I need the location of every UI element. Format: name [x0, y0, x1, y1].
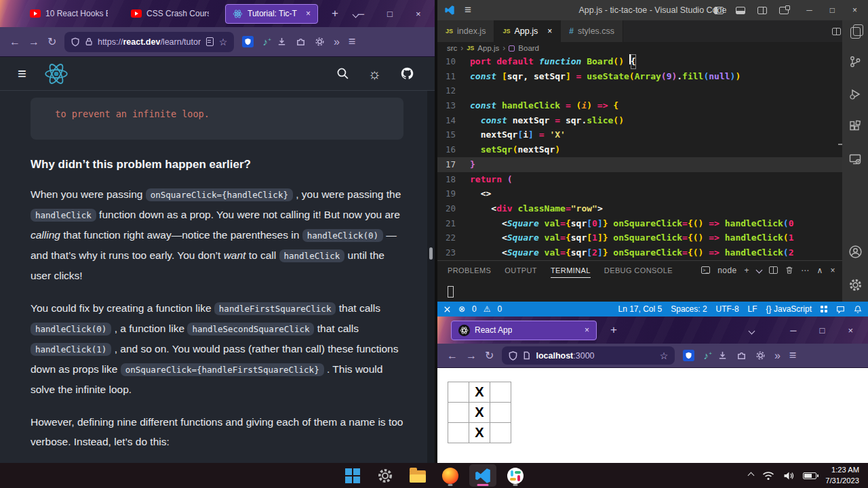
code-line[interactable]: 14 const nextSqr = sqr.slice(): [437, 113, 842, 128]
shield-icon[interactable]: [509, 351, 517, 361]
tab-close-icon[interactable]: ×: [547, 26, 552, 36]
extension-status-icon[interactable]: [821, 306, 827, 312]
tray-overflow-chevron-icon[interactable]: [748, 472, 755, 479]
more-actions-icon[interactable]: ⋯: [801, 266, 809, 275]
download-icon[interactable]: [717, 350, 728, 361]
app-menu-icon[interactable]: ≡: [349, 35, 356, 49]
maximize-panel-icon[interactable]: ∧: [816, 266, 823, 275]
slack-taskbar-button[interactable]: [502, 464, 529, 487]
code-line[interactable]: 22 <Square val={sqr[1]} onSquareClick={(…: [437, 230, 842, 245]
tab-tutorial-tictactoe[interactable]: Tutorial: Tic-T ×: [225, 4, 318, 24]
start-button[interactable]: [339, 464, 366, 487]
toggle-panel-icon[interactable]: [736, 7, 745, 14]
close-button[interactable]: ×: [848, 325, 853, 336]
code-line[interactable]: 11const [sqr, setSqr] = useState(Array(9…: [437, 69, 842, 84]
battery-icon[interactable]: [803, 472, 816, 479]
breadcrumb-src[interactable]: src: [447, 44, 457, 52]
bitwarden-icon[interactable]: [683, 350, 694, 361]
back-button[interactable]: ←: [447, 350, 458, 362]
gear-icon[interactable]: [315, 37, 325, 47]
reload-button[interactable]: ↻: [47, 35, 56, 48]
code-line[interactable]: 15 nextSqr[i] = 'X': [437, 127, 842, 142]
feedback-icon[interactable]: [836, 305, 845, 314]
minimize-button[interactable]: ─: [358, 9, 364, 19]
overflow-chevrons-icon[interactable]: »: [334, 36, 340, 48]
settings-gear-icon[interactable]: [848, 278, 863, 295]
indentation[interactable]: Spaces: 2: [671, 304, 707, 314]
run-debug-icon[interactable]: [848, 87, 862, 104]
board-cell[interactable]: [448, 403, 469, 423]
bookmark-star-icon[interactable]: ☆: [660, 350, 669, 361]
remote-indicator-icon[interactable]: [443, 305, 452, 314]
extensions-icon[interactable]: [848, 120, 862, 136]
account-icon[interactable]: [848, 245, 863, 262]
maximize-button[interactable]: □: [387, 9, 393, 19]
board-cell[interactable]: [448, 423, 469, 443]
close-panel-icon[interactable]: ×: [831, 266, 835, 275]
errors-count[interactable]: 0: [472, 304, 477, 314]
code-line[interactable]: 16 setSqr(nextSqr): [437, 142, 842, 157]
board-cell[interactable]: X: [469, 423, 490, 443]
file-explorer-button[interactable]: [404, 464, 431, 487]
notifications-bell-icon[interactable]: [854, 305, 862, 314]
eol-sequence[interactable]: LF: [748, 304, 757, 314]
music-extension-icon[interactable]: ♪+: [703, 350, 709, 361]
tab-react-app[interactable]: React App ×: [451, 321, 597, 340]
errors-icon[interactable]: ⊗: [458, 304, 465, 314]
close-button[interactable]: ×: [416, 9, 421, 19]
board-cell[interactable]: [490, 403, 511, 423]
board-cell[interactable]: X: [469, 382, 490, 403]
tab-close-icon[interactable]: ×: [306, 9, 311, 18]
shell-label[interactable]: node: [717, 266, 736, 275]
list-tabs-chevron-icon[interactable]: [353, 7, 358, 20]
close-button[interactable]: ×: [852, 5, 857, 15]
split-terminal-icon[interactable]: [769, 266, 778, 274]
encoding[interactable]: UTF-8: [716, 304, 739, 314]
url-text[interactable]: https://react.dev/learn/tutoria: [98, 37, 201, 47]
code-line[interactable]: 18return (: [437, 172, 842, 187]
code-line[interactable]: 10port default function Board() {: [437, 54, 842, 69]
vscode-menu-icon[interactable]: ≡: [465, 3, 471, 17]
music-extension-icon[interactable]: ♪+: [262, 36, 268, 47]
vscode-taskbar-button[interactable]: [469, 464, 496, 487]
tab-terminal[interactable]: TERMINAL: [551, 266, 591, 278]
theme-toggle-icon[interactable]: ☼: [368, 66, 381, 82]
remote-explorer-icon[interactable]: [848, 152, 862, 169]
address-bar[interactable]: localhost:3000 ☆: [502, 346, 675, 365]
reload-button[interactable]: ↻: [485, 349, 494, 362]
minimize-button[interactable]: ─: [790, 325, 796, 336]
tab-close-icon[interactable]: ×: [585, 325, 589, 335]
new-tab-button[interactable]: +: [610, 323, 617, 337]
terminal-cursor[interactable]: [448, 286, 454, 298]
code-line[interactable]: 23 <Square val={sqr[2]} onSquareClick={(…: [437, 245, 842, 260]
volume-icon[interactable]: [783, 471, 794, 481]
board-cell[interactable]: X: [469, 403, 490, 423]
react-logo[interactable]: [44, 62, 68, 86]
maximize-button[interactable]: □: [830, 5, 835, 15]
firefox-taskbar-button[interactable]: [437, 464, 464, 487]
bookmark-star-icon[interactable]: ☆: [219, 37, 228, 47]
taskbar-clock[interactable]: 1:23 AM 7/31/2023: [825, 465, 859, 485]
split-editor-icon[interactable]: [832, 28, 841, 35]
code-line[interactable]: 20 <div className="row">: [437, 201, 842, 216]
board-cell[interactable]: [490, 382, 511, 403]
code-line[interactable]: 13const handleClick = (i) => {: [437, 98, 842, 113]
reader-view-icon[interactable]: [206, 37, 214, 46]
board-cell[interactable]: [490, 423, 511, 443]
code-editor[interactable]: 10port default function Board() {11const…: [437, 54, 842, 260]
forward-button[interactable]: →: [466, 350, 477, 362]
code-line[interactable]: 12: [437, 83, 842, 98]
warnings-count[interactable]: 0: [498, 304, 502, 314]
forward-button[interactable]: →: [28, 36, 39, 48]
toggle-sidebar-icon[interactable]: [714, 7, 724, 14]
customize-layout-icon[interactable]: [779, 7, 789, 14]
wifi-icon[interactable]: [762, 471, 774, 481]
maximize-button[interactable]: □: [820, 325, 825, 336]
download-icon[interactable]: [277, 37, 287, 47]
github-icon[interactable]: [400, 66, 414, 81]
app-menu-icon[interactable]: ≡: [789, 348, 797, 363]
code-line[interactable]: 19 <>: [437, 186, 842, 201]
kill-terminal-trash-icon[interactable]: [785, 266, 793, 274]
site-menu-icon[interactable]: ≡: [18, 65, 26, 83]
new-tab-button[interactable]: +: [332, 7, 338, 20]
